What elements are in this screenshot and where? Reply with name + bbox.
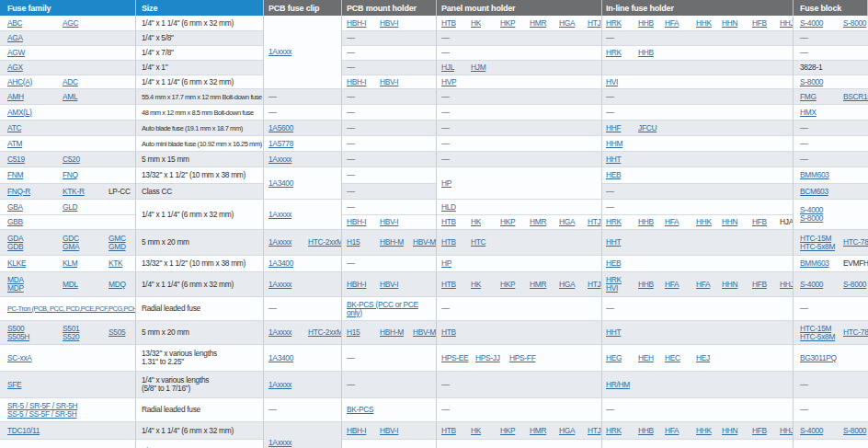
part-link[interactable]: FNQ-R	[7, 188, 63, 196]
part-link[interactable]: HFA	[665, 218, 696, 226]
part-link[interactable]: HJL	[441, 63, 471, 72]
part-link[interactable]: KLM	[63, 259, 108, 268]
part-link[interactable]: HEH	[638, 354, 665, 362]
part-link[interactable]: S-8000	[843, 427, 866, 435]
part-link[interactable]: HHT	[606, 238, 638, 247]
part-link[interactable]: HHJ	[780, 281, 794, 289]
part-link[interactable]: HEG	[606, 354, 638, 362]
part-link[interactable]: BK-PCS (PCC or PCE only)	[347, 301, 433, 317]
part-link[interactable]: HK	[471, 427, 500, 435]
part-link[interactable]: HFB	[752, 218, 780, 226]
part-link[interactable]: 1A3400	[268, 179, 308, 188]
part-link[interactable]: HTJ	[588, 218, 600, 226]
part-link[interactable]: GBA	[7, 203, 63, 212]
part-link[interactable]: HJM	[471, 63, 500, 72]
part-link[interactable]: BCM603	[800, 188, 843, 196]
part-link[interactable]: HTC-5x8M	[800, 333, 843, 341]
part-link[interactable]: AMH	[7, 93, 63, 101]
part-link[interactable]: 1A5600	[268, 124, 308, 132]
part-link[interactable]: HEB	[606, 171, 638, 179]
part-link[interactable]: HHT	[606, 328, 638, 337]
part-link[interactable]: HHJ	[780, 427, 794, 435]
part-link[interactable]: KTK	[108, 259, 136, 268]
part-link[interactable]: HHJ	[780, 19, 794, 28]
part-link[interactable]: HMR	[530, 427, 559, 435]
part-link[interactable]: HHM	[606, 140, 638, 148]
part-link[interactable]: HP	[441, 179, 471, 188]
part-link[interactable]: S505	[108, 328, 136, 337]
part-link[interactable]: HRK	[606, 19, 638, 28]
part-link[interactable]: GMD	[108, 243, 136, 251]
part-link[interactable]: BG3011PQ	[800, 354, 843, 362]
part-link[interactable]: HBH-I	[347, 281, 380, 289]
part-link[interactable]: FMG	[800, 93, 843, 101]
part-link[interactable]: 1Axxxx	[268, 238, 308, 247]
part-link[interactable]: HR/HM	[606, 381, 638, 389]
part-link[interactable]: HHN	[722, 218, 752, 226]
part-link[interactable]: S-4000	[800, 281, 843, 289]
part-link[interactable]: 1A3400	[268, 354, 308, 362]
part-link[interactable]: HBH-M	[380, 238, 413, 247]
part-link[interactable]: S-8000	[800, 214, 843, 223]
part-link[interactable]: AGC	[63, 19, 108, 28]
part-link[interactable]: 1A3400	[268, 259, 308, 268]
part-link[interactable]: HP	[441, 259, 471, 268]
part-link[interactable]: S-8000	[843, 281, 866, 289]
part-link[interactable]: GDB	[7, 243, 63, 251]
part-link[interactable]: MDL	[63, 281, 108, 289]
part-link[interactable]: HTJ	[588, 427, 600, 435]
part-link[interactable]: HK	[471, 19, 500, 28]
part-link[interactable]: HGA	[559, 427, 588, 435]
part-link[interactable]: HTB	[441, 328, 471, 337]
part-link[interactable]: HTJ	[588, 19, 600, 28]
part-link[interactable]: HBH-I	[347, 218, 380, 226]
part-link[interactable]: HTC-5x8M	[800, 243, 843, 251]
part-link[interactable]: HMR	[530, 281, 559, 289]
part-link[interactable]: 1Axxxx	[268, 328, 308, 337]
part-link[interactable]: HKP	[500, 427, 530, 435]
part-link[interactable]: HBH-I	[347, 427, 380, 435]
part-link[interactable]: SC-xxA	[7, 354, 63, 362]
part-link[interactable]: AMX(L)	[7, 109, 63, 117]
part-link[interactable]: HBH-M	[380, 328, 413, 337]
part-link[interactable]: HHF	[606, 124, 638, 132]
part-link[interactable]: HBV-M	[413, 238, 436, 247]
part-link[interactable]: HTC-2xxM	[308, 328, 342, 337]
part-link[interactable]: AGA	[7, 34, 63, 42]
part-link[interactable]: HEB	[606, 259, 638, 268]
part-link[interactable]: HHB	[638, 281, 665, 289]
part-link[interactable]: HBV-M	[413, 328, 436, 337]
part-link[interactable]: HHN	[722, 427, 752, 435]
part-link[interactable]: HRK	[606, 427, 638, 435]
part-link[interactable]: HGA	[559, 281, 588, 289]
part-link[interactable]: HFA	[665, 19, 696, 28]
part-link[interactable]: S-4000	[800, 19, 843, 28]
part-link[interactable]: 1Axxxx	[268, 155, 308, 164]
part-link[interactable]: BSCR101	[843, 93, 868, 101]
part-link[interactable]: FNQ	[63, 171, 108, 179]
part-link[interactable]: HEJ	[696, 354, 722, 362]
part-link[interactable]: HHK	[696, 427, 722, 435]
part-link[interactable]: HK	[471, 281, 500, 289]
part-link[interactable]: HMX	[800, 109, 843, 117]
part-link[interactable]: HVP	[441, 78, 471, 86]
part-link[interactable]: C520	[63, 155, 108, 164]
part-link[interactable]: HTB	[441, 427, 471, 435]
part-link[interactable]: JFCU	[638, 124, 665, 132]
part-link[interactable]: HRK	[606, 218, 638, 226]
part-link[interactable]: HFA	[665, 281, 696, 289]
part-link[interactable]: ATM	[7, 140, 63, 148]
part-link[interactable]: HK	[471, 218, 500, 226]
part-link[interactable]: HBH-I	[347, 78, 380, 86]
part-link[interactable]: HHK	[696, 19, 722, 28]
part-link[interactable]: AGX	[7, 63, 63, 72]
part-link[interactable]: HGA	[559, 19, 588, 28]
part-link[interactable]: HTC-78M	[843, 328, 868, 337]
part-link[interactable]: HPS-EE	[441, 354, 475, 362]
part-link[interactable]: HBV-I	[380, 19, 413, 28]
part-link[interactable]: HGA	[559, 218, 588, 226]
part-link[interactable]: S505H	[7, 333, 63, 341]
part-link[interactable]: HHB	[638, 49, 665, 57]
part-link[interactable]: ABC	[7, 19, 63, 28]
part-link[interactable]: C519	[7, 155, 63, 164]
